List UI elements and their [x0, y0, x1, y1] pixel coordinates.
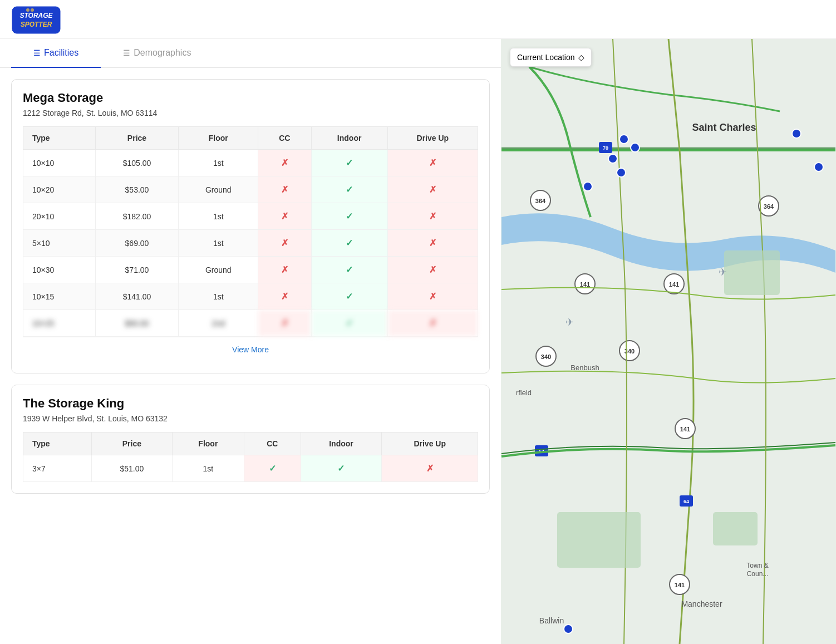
main-layout: ☰ Facilities ☰ Demographics Mega Storage… [0, 39, 836, 644]
x-icon: ✗ [429, 185, 436, 194]
col-cc: CC [258, 127, 311, 150]
check-icon: ✓ [269, 464, 276, 473]
svg-rect-5 [501, 39, 835, 644]
cell-floor-blur: 2nd [179, 310, 258, 337]
cell-cc-blur: ✗ [258, 310, 311, 337]
x-icon: ✗ [281, 292, 288, 301]
check-icon: ✓ [346, 185, 353, 194]
svg-point-45 [617, 168, 626, 177]
facility-1-name: Mega Storage [23, 91, 478, 105]
table-row: 3×7 $51.00 1st ✓ ✓ ✗ [23, 455, 478, 482]
col2-floor: Floor [172, 432, 244, 455]
col-floor: Floor [179, 127, 258, 150]
table-row: 20×10 $182.00 1st ✗ ✓ ✗ [23, 203, 478, 230]
location-icon: ◇ [578, 53, 584, 62]
cell-price: $53.00 [95, 176, 179, 203]
facility-1-address: 1212 Storage Rd, St. Louis, MO 63114 [23, 109, 478, 117]
cell-floor: 1st [179, 150, 258, 176]
svg-text:Coun...: Coun... [747, 570, 769, 578]
svg-text:✈: ✈ [565, 317, 574, 328]
cell-floor: 1st [172, 455, 244, 482]
cell-driveup: ✗ [387, 283, 478, 310]
cell-driveup: ✗ [387, 203, 478, 230]
cell-price: $51.00 [92, 455, 172, 482]
check-icon: ✓ [337, 464, 345, 473]
svg-rect-31 [557, 512, 641, 568]
cell-floor: 1st [179, 230, 258, 257]
table-row: 10×10 $105.00 1st ✗ ✓ ✗ [23, 150, 478, 176]
x-icon: ✗ [281, 185, 288, 194]
cell-floor: Ground [179, 176, 258, 203]
cell-cc: ✗ [258, 203, 311, 230]
svg-text:STORAGE: STORAGE [19, 12, 53, 19]
table-row-blur: 10×25 $90.00 2nd ✗ ✓ ✗ [23, 310, 478, 337]
tab-demographics[interactable]: ☰ Demographics [101, 39, 213, 68]
current-location-button[interactable]: Current Location ◇ [510, 48, 592, 67]
svg-point-43 [631, 143, 640, 152]
svg-text:Benbush: Benbush [571, 363, 599, 372]
cell-driveup: ✗ [387, 230, 478, 257]
cell-type: 3×7 [23, 455, 92, 482]
table-row: 10×20 $53.00 Ground ✗ ✓ ✗ [23, 176, 478, 203]
col-indoor: Indoor [311, 127, 387, 150]
logo: STORAGE SPOTTER [11, 6, 56, 33]
svg-rect-30 [724, 250, 780, 295]
cell-cc: ✗ [258, 176, 311, 203]
current-location-label: Current Location [517, 53, 575, 62]
col-driveup: Drive Up [387, 127, 478, 150]
facilities-icon: ☰ [33, 48, 41, 57]
left-panel: ☰ Facilities ☰ Demographics Mega Storage… [0, 39, 501, 644]
check-icon: ✓ [346, 158, 353, 168]
cell-cc: ✗ [258, 257, 311, 283]
col2-driveup: Drive Up [382, 432, 478, 455]
cell-driveup: ✗ [387, 150, 478, 176]
table-row: 10×15 $141.00 1st ✗ ✓ ✗ [23, 283, 478, 310]
cell-type: 10×15 [23, 283, 96, 310]
svg-point-44 [608, 154, 617, 163]
cell-indoor: ✓ [311, 230, 387, 257]
x-icon: ✗ [429, 212, 436, 221]
cell-type: 20×10 [23, 203, 96, 230]
facility-2-name: The Storage King [23, 396, 478, 411]
svg-point-3 [26, 8, 29, 12]
cell-type: 5×10 [23, 230, 96, 257]
svg-text:141: 141 [675, 582, 685, 588]
svg-text:364: 364 [535, 198, 546, 204]
col2-cc: CC [244, 432, 301, 455]
x-icon: ✗ [429, 292, 436, 301]
svg-text:✈: ✈ [719, 267, 727, 278]
svg-text:64: 64 [683, 499, 689, 504]
tab-facilities[interactable]: ☰ Facilities [11, 39, 101, 68]
cell-floor: 1st [179, 203, 258, 230]
svg-point-47 [792, 129, 801, 138]
map-panel: 141 141 141 364 340 340 141 364 [501, 39, 836, 644]
svg-text:141: 141 [680, 426, 690, 432]
svg-point-42 [619, 135, 628, 144]
cell-price: $71.00 [95, 257, 179, 283]
tab-demographics-label: Demographics [134, 48, 191, 58]
svg-text:340: 340 [541, 353, 551, 360]
cell-driveup-blur: ✗ [387, 310, 478, 337]
svg-point-49 [564, 625, 573, 633]
x-icon: ✗ [281, 238, 288, 248]
top-bar: STORAGE SPOTTER [0, 0, 836, 39]
col-type: Type [23, 127, 96, 150]
col-price: Price [95, 127, 179, 150]
cell-driveup: ✗ [387, 257, 478, 283]
facility-card-2: The Storage King 1939 W Helper Blvd, St.… [11, 385, 490, 494]
check-icon: ✓ [346, 238, 353, 248]
check-icon: ✓ [346, 265, 353, 274]
cell-indoor: ✓ [311, 176, 387, 203]
svg-text:Ballwin: Ballwin [539, 616, 564, 625]
svg-text:Town &: Town & [746, 562, 768, 569]
check-icon: ✓ [346, 292, 353, 301]
svg-text:141: 141 [580, 281, 590, 288]
cell-indoor-blur: ✓ [311, 310, 387, 337]
svg-point-4 [31, 8, 34, 12]
x-icon: ✗ [281, 265, 288, 274]
cell-indoor: ✓ [311, 283, 387, 310]
cell-price: $105.00 [95, 150, 179, 176]
view-more-1[interactable]: View More [23, 337, 478, 362]
svg-text:141: 141 [669, 281, 679, 288]
svg-text:70: 70 [603, 145, 608, 151]
